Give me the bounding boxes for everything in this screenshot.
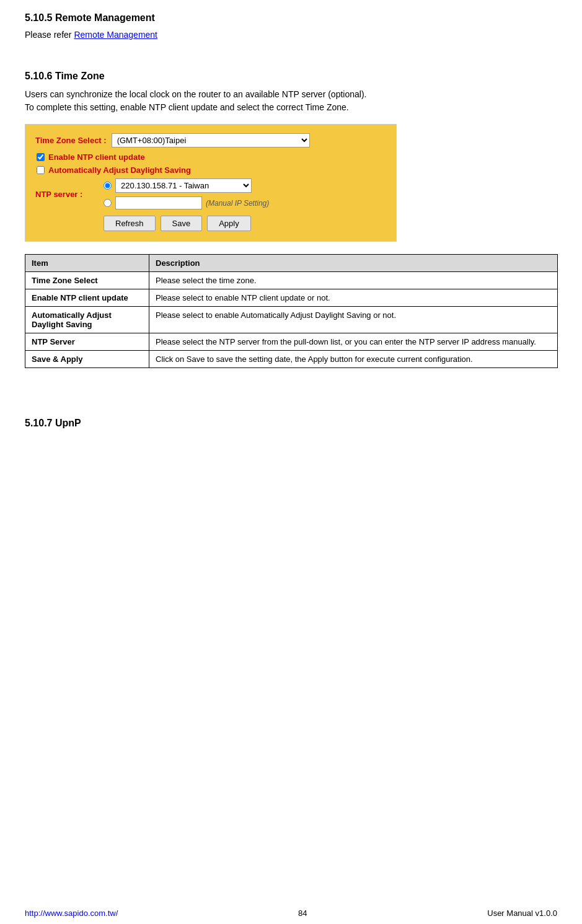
col2-header: Description (149, 255, 558, 272)
ntp-client-row: Enable NTP client update (37, 152, 386, 162)
footer-manual: User Manual v1.0.0 (487, 909, 557, 918)
description-table: Item Description Time Zone SelectPlease … (25, 254, 558, 368)
config-box: Time Zone Select : (GMT+08:00)Taipei Ena… (25, 124, 397, 242)
table-cell-item: Enable NTP client update (25, 289, 149, 307)
table-cell-item: Time Zone Select (25, 272, 149, 289)
section-507-title: 5.10.7 UpnP (25, 418, 557, 429)
timezone-label: Time Zone Select : (35, 136, 107, 145)
table-row: Enable NTP client updatePlease select to… (25, 289, 558, 307)
section-506-desc: Users can synchronize the local clock on… (25, 88, 557, 114)
remote-management-link[interactable]: Remote Management (74, 30, 157, 40)
refresh-button[interactable]: Refresh (104, 216, 156, 231)
ntp-radio-line-1: 220.130.158.71 - Taiwan (104, 178, 269, 193)
button-row: Refresh Save Apply (104, 216, 386, 231)
ntp-client-label: Enable NTP client update (48, 152, 145, 162)
footer: http://www.sapido.com.tw/ 84 User Manual… (0, 909, 582, 918)
table-cell-desc: Please select to enable NTP client updat… (149, 289, 558, 307)
table-row: Save & ApplyClick on Save to save the se… (25, 351, 558, 368)
timezone-row: Time Zone Select : (GMT+08:00)Taipei (35, 133, 386, 147)
save-button[interactable]: Save (161, 216, 203, 231)
section-505-title: 5.10.5 Remote Management (25, 12, 557, 24)
table-cell-item: Save & Apply (25, 351, 149, 368)
section-506-title: 5.10.6 Time Zone (25, 71, 557, 82)
daylight-checkbox[interactable] (37, 166, 45, 174)
ntp-manual-input[interactable] (115, 196, 202, 209)
table-cell-desc: Click on Save to save the setting date, … (149, 351, 558, 368)
table-cell-desc: Please select the NTP server from the pu… (149, 333, 558, 351)
daylight-row: Automatically Adjust Daylight Saving (37, 165, 386, 175)
ntp-server-label: NTP server : (35, 190, 104, 199)
table-row: Time Zone SelectPlease select the time z… (25, 272, 558, 289)
ntp-radio-preset[interactable] (104, 182, 112, 190)
col1-header: Item (25, 255, 149, 272)
ntp-radio-manual[interactable] (104, 199, 112, 207)
table-row: Automatically Adjust Daylight SavingPlea… (25, 307, 558, 333)
manual-hint: (Manual IP Setting) (206, 199, 269, 208)
ntp-client-checkbox[interactable] (37, 153, 45, 161)
apply-button[interactable]: Apply (207, 216, 251, 231)
refer-line: Please refer Remote Management (25, 30, 557, 40)
table-cell-item: Automatically Adjust Daylight Saving (25, 307, 149, 333)
footer-page: 84 (298, 909, 307, 918)
table-cell-desc: Please select to enable Automatically Ad… (149, 307, 558, 333)
ntp-radio-line-2: (Manual IP Setting) (104, 196, 269, 209)
table-cell-item: NTP Server (25, 333, 149, 351)
daylight-label: Automatically Adjust Daylight Saving (48, 165, 191, 175)
ntp-server-select[interactable]: 220.130.158.71 - Taiwan (115, 178, 252, 193)
table-row: NTP ServerPlease select the NTP server f… (25, 333, 558, 351)
table-cell-desc: Please select the time zone. (149, 272, 558, 289)
footer-url[interactable]: http://www.sapido.com.tw/ (25, 909, 118, 918)
desc-line1: Users can synchronize the local clock on… (25, 89, 366, 99)
timezone-select[interactable]: (GMT+08:00)Taipei (112, 133, 310, 147)
desc-line2: To complete this setting, enable NTP cli… (25, 102, 349, 112)
ntp-server-row: NTP server : 220.130.158.71 - Taiwan (Ma… (35, 178, 386, 209)
ntp-radio-group: 220.130.158.71 - Taiwan (Manual IP Setti… (104, 178, 269, 209)
refer-prefix: Please refer (25, 30, 74, 40)
